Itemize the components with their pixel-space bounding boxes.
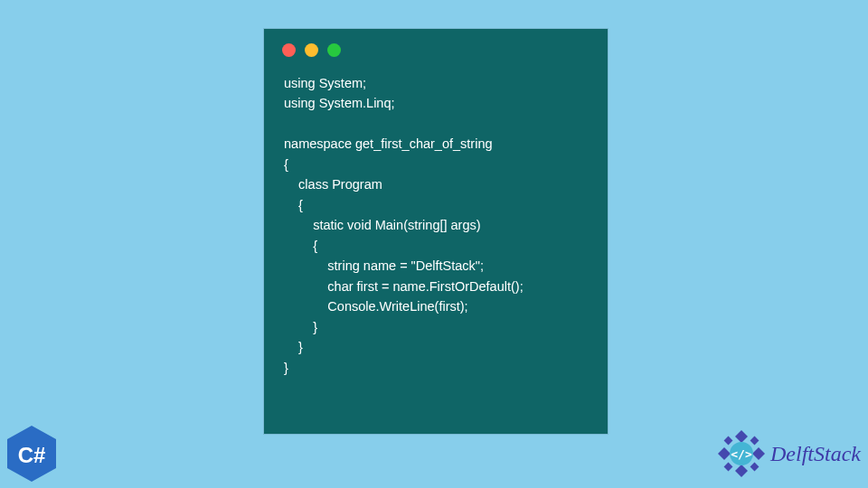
svg-marker-4 bbox=[752, 447, 765, 460]
code-line: namespace get_first_char_of_string bbox=[284, 136, 493, 151]
svg-marker-6 bbox=[750, 436, 760, 446]
minimize-icon[interactable] bbox=[305, 43, 318, 57]
maximize-icon[interactable] bbox=[327, 43, 341, 57]
code-line: char first = name.FirstOrDefault(); bbox=[284, 279, 524, 294]
code-line: string name = "DelftStack"; bbox=[284, 258, 484, 273]
code-line: using System.Linq; bbox=[284, 96, 395, 110]
svg-text:</>: </> bbox=[731, 447, 752, 461]
csharp-badge-icon: C# bbox=[5, 425, 58, 483]
code-line: { bbox=[284, 239, 317, 253]
close-icon[interactable] bbox=[282, 43, 296, 57]
csharp-text: C# bbox=[18, 443, 46, 467]
code-line: } bbox=[284, 340, 303, 354]
svg-marker-7 bbox=[724, 463, 733, 472]
code-window: using System; using System.Linq; namespa… bbox=[264, 29, 608, 434]
svg-marker-8 bbox=[750, 463, 760, 472]
code-line: } bbox=[284, 361, 288, 375]
code-line: { bbox=[284, 198, 303, 212]
window-controls bbox=[266, 31, 606, 64]
delftstack-logo: </> DelftStack bbox=[714, 427, 861, 481]
code-line: using System; bbox=[284, 76, 366, 90]
delftstack-emblem-icon: </> bbox=[714, 427, 769, 481]
svg-marker-1 bbox=[735, 430, 748, 443]
code-line: Console.WriteLine(first); bbox=[284, 299, 468, 314]
svg-marker-3 bbox=[718, 447, 731, 460]
code-line: { bbox=[284, 157, 288, 172]
svg-marker-5 bbox=[724, 436, 733, 446]
brand-text: DelftStack bbox=[770, 442, 861, 466]
code-line: class Program bbox=[284, 177, 382, 192]
code-line: } bbox=[284, 320, 317, 334]
svg-marker-2 bbox=[735, 465, 748, 477]
code-line: static void Main(string[] args) bbox=[284, 218, 481, 232]
code-content: using System; using System.Linq; namespa… bbox=[266, 64, 606, 396]
